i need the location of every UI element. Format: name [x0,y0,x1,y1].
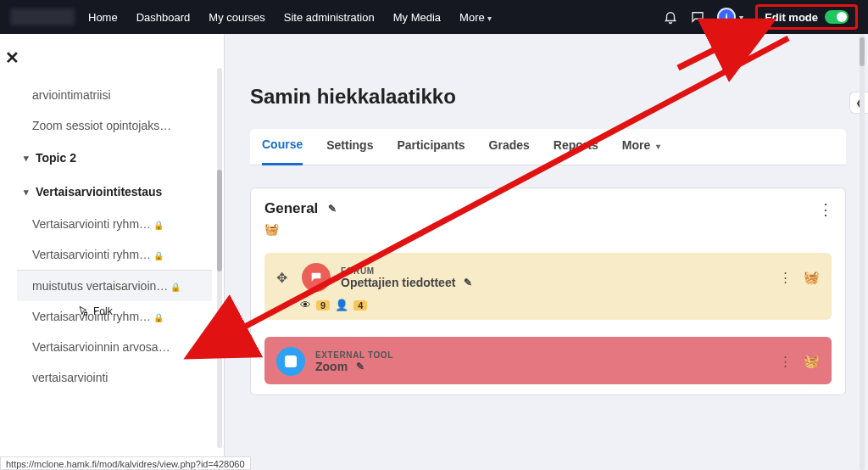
edit-icon[interactable]: ✎ [464,277,472,288]
section-title: General [264,200,318,217]
views-badge: 9 [316,300,330,311]
basket-icon[interactable]: 🧺 [804,270,820,285]
activity-type-label: EXTERNAL TOOL [315,350,393,360]
nav-link-more[interactable]: More ▾ [459,11,492,24]
section-menu-button[interactable]: ⋮ [818,200,833,219]
edit-icon[interactable]: ✎ [356,361,364,372]
browser-statusbar: https://mclone.hamk.fi/mod/kalvidres/vie… [0,456,251,470]
edit-mode-label: Edit mode [765,11,818,24]
avatar-icon: i [717,8,736,26]
activity-title[interactable]: Zoom ✎ [315,360,393,373]
chevron-down-icon: ▾ [487,14,492,23]
activity-menu-button[interactable]: ⋮ [779,270,792,285]
chevron-down-icon: ▾ [656,142,660,151]
sidebar-item-vertais-3[interactable]: Vertaisarviointi ryhm… [17,301,212,332]
nav-link-mymedia[interactable]: My Media [393,11,441,24]
toggle-on-icon [825,10,849,24]
nav-link-mycourses[interactable]: My courses [209,11,264,24]
sidebar-item-vertais-1[interactable]: Vertaisarviointi ryhm… [17,209,212,239]
tab-grades[interactable]: Grades [489,138,530,164]
eye-icon: 👁 [300,299,311,311]
nav-icons: i ▾ Edit mode [663,4,858,30]
sidebar-item-arviointimatriisi[interactable]: arviointimatriisi [17,80,212,110]
chevron-down-icon: ▾ [739,13,743,22]
tab-reports[interactable]: Reports [554,138,598,164]
tab-participants[interactable]: Participants [397,138,465,164]
tab-course[interactable]: Course [262,137,303,165]
basket-icon[interactable]: 🧺 [804,354,820,369]
tab-more-label: More [622,138,650,152]
scrollbar-thumb[interactable] [217,170,222,271]
section-heading: General ✎ [264,200,832,217]
activity-badges: 👁 9 👤 4 [276,299,820,311]
sidebar-item-arvosa[interactable]: Vertaisarvioinnin arvosa… [17,332,212,362]
tab-more[interactable]: More ▾ [622,138,660,164]
user-menu[interactable]: i ▾ [717,8,743,26]
sidebar-section-topic2[interactable]: ▾ Topic 2 [17,141,212,175]
sidebar-list: arviointimatriisi Zoom sessiot opintojak… [0,80,224,393]
external-tool-icon [276,347,305,376]
tab-settings[interactable]: Settings [326,138,373,164]
sidebar-item-zoom-sessiot[interactable]: Zoom sessiot opintojaks… [17,110,212,141]
nav-link-siteadmin[interactable]: Site administration [284,11,375,24]
chevron-down-icon: ▾ [24,153,29,164]
nav-link-more-label: More [459,11,485,24]
activity-title[interactable]: Opettajien tiedotteet ✎ [341,276,472,289]
course-main: Samin hiekkalaatikko Course Settings Par… [225,34,868,456]
page-title: Samin hiekkalaatikko [250,85,846,109]
forum-icon [302,263,331,292]
brand-logo [10,8,75,25]
nav-links: Home Dashboard My courses Site administr… [88,11,492,24]
sidebar-section-vertaisarviointitestaus[interactable]: ▾ Vertaisarviointitestaus [17,175,212,209]
sidebar-section-vertais-label: Vertaisarviointitestaus [36,185,162,199]
sidebar-scrollbar[interactable] [217,68,222,448]
members-badge: 4 [353,300,367,311]
activity-type-label: FORUM [341,266,472,276]
sidebar-section-topic2-label: Topic 2 [36,151,76,165]
edit-mode-toggle[interactable]: Edit mode [755,4,858,30]
activity-external-tool: EXTERNAL TOOL Zoom ✎ ⋮ 🧺 [264,337,832,384]
bell-icon[interactable] [663,9,678,25]
chat-icon[interactable] [690,9,705,25]
scrollbar-thumb[interactable] [860,37,865,66]
close-icon[interactable]: ✕ [5,48,19,68]
chevron-down-icon: ▾ [24,187,29,198]
basket-icon[interactable]: 🧺 [264,222,832,236]
course-tabs: Course Settings Participants Grades Repo… [250,129,846,165]
edit-icon[interactable]: ✎ [328,203,337,215]
page-scrollbar[interactable] [860,34,865,470]
activity-title-text: Zoom [315,360,348,373]
drag-handle-icon[interactable]: ✥ [276,270,292,286]
course-index-sidebar: ✕ arviointimatriisi Zoom sessiot opintoj… [0,34,225,456]
nav-link-home[interactable]: Home [88,11,118,24]
top-navbar: Home Dashboard My courses Site administr… [0,0,868,34]
activity-menu-button[interactable]: ⋮ [779,354,792,369]
sidebar-item-vertais-2[interactable]: Vertaisarviointi ryhm… [17,239,212,270]
activity-forum: ✥ FORUM Opettajien tiedotteet ✎ ⋮ 🧺 [264,253,832,320]
activity-title-text: Opettajien tiedotteet [341,276,455,289]
nav-link-dashboard[interactable]: Dashboard [136,11,191,24]
section-card: General ✎ 🧺 ⋮ ✥ FORUM Opettajien tiedott… [250,187,846,395]
sidebar-item-muistutus[interactable]: muistutus vertaisarvioin… [17,271,212,301]
person-icon: 👤 [335,299,348,311]
open-drawer-button[interactable]: ❮ [849,92,868,114]
sidebar-item-vertaisarviointi[interactable]: vertaisarviointi [17,362,212,393]
